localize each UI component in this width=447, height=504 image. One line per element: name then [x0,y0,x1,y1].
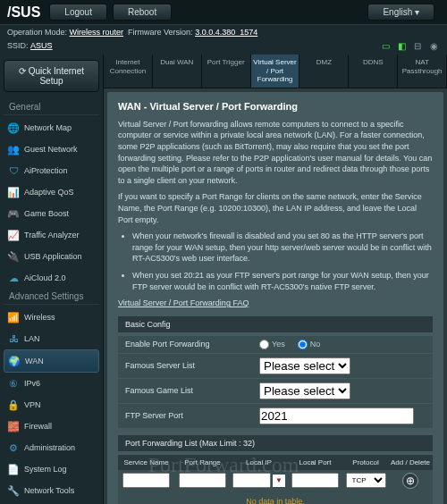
add-row-button[interactable]: ⊕ [402,473,418,489]
sidebar-item-system-log[interactable]: 📄System Log [4,458,99,480]
sidebar-item-guest-network[interactable]: 👥Guest Network [4,139,99,160]
sidebar-icon: 🌍 [8,355,21,367]
col-header: Protocol [343,458,388,466]
local-port-input[interactable] [291,473,339,488]
sidebar-icon: ⑥ [7,377,20,390]
sidebar-item-label: Wireless [24,313,55,322]
sidebar-item-game-boost[interactable]: 🎮Game Boost [4,203,99,224]
ssid-label: SSID: [7,41,29,50]
sidebar-icon: 📄 [7,463,20,475]
sidebar-item-wireless[interactable]: 📶Wireless [4,307,99,328]
col-header: Local Port [287,458,343,466]
game-list-select[interactable]: Please select [259,382,350,399]
tab-internet-connection[interactable]: Internet Connection [104,55,153,88]
port-range-input[interactable] [179,473,226,488]
tab-port-trigger[interactable]: Port Trigger [202,55,251,88]
language-select[interactable]: English ▾ [367,4,434,21]
sidebar-icon: 🧱 [7,420,20,433]
sidebar-icon: 🔌 [7,250,20,263]
sidebar-icon: 🌐 [7,122,20,134]
tab-dmz[interactable]: DMZ [299,55,349,88]
sidebar-item-firewall[interactable]: 🧱Firewall [4,416,99,437]
sidebar-item-label: AiProtection [24,166,68,175]
sidebar-item-ipv6[interactable]: ⑥IPv6 [4,373,99,394]
sidebar-icon: ☁ [7,272,20,284]
sidebar-item-label: Network Tools [24,486,74,495]
logout-button[interactable]: Logout [49,4,107,21]
protocol-select[interactable]: TCP [346,473,386,488]
sidebar-icon: ⚙ [7,441,20,454]
enable-pf-label: Enable Port Forwarding [125,340,259,349]
quick-setup-label: Quick Internet Setup [29,66,84,86]
service-name-input[interactable] [122,473,170,488]
sidebar-icon: 🎮 [7,207,20,220]
reboot-button[interactable]: Reboot [113,4,172,21]
sidebar-item-network-map[interactable]: 🌐Network Map [4,117,99,139]
ip-picker-button[interactable]: ▼ [273,475,285,487]
col-header: Service Name [118,458,174,466]
tab-virtual-server-port-forwarding[interactable]: Virtual Server / Port Forwarding [251,55,300,88]
language-label: English [383,7,412,17]
sidebar-header-advanced: Advanced Settings [4,289,99,305]
sidebar-item-lan[interactable]: 🖧LAN [4,328,99,349]
sidebar-item-label: VPN [24,400,41,409]
bullet-2: When you set 20:21 as your FTP server's … [132,270,433,292]
sidebar-item-label: Firewall [24,422,52,431]
enable-yes-option[interactable]: Yes [259,340,285,349]
note-text: If you want to specify a Port Range for … [118,191,433,225]
sidebar-item-label: USB Application [24,252,82,261]
tab-dual-wan[interactable]: Dual WAN [153,55,202,88]
enable-no-option[interactable]: No [298,340,321,349]
basic-config-header: Basic Config [118,316,433,332]
sidebar-item-wan[interactable]: 🌍WAN [4,349,99,373]
sidebar-icon: 📶 [7,311,20,323]
sidebar-item-label: System Log [24,465,67,474]
col-header: Port Range [174,458,231,466]
tab-nat-passthrough[interactable]: NAT Passthrough [398,55,447,88]
pf-list-header: Port Forwarding List (Max Limit : 32) [118,435,433,451]
app-icon: ▭ [379,39,392,52]
faq-link[interactable]: Virtual Server / Port Forwarding FAQ [118,298,249,307]
sidebar-icon: 🖧 [7,332,20,345]
quick-setup-button[interactable]: ⟳ Quick Internet Setup [4,60,99,92]
sidebar-icon: 🔒 [7,399,20,411]
sidebar-header-general: General [4,99,99,115]
wifi-icon: ◉ [427,39,440,52]
sidebar-item-usb-application[interactable]: 🔌USB Application [4,246,99,267]
tab-ddns[interactable]: DDNS [349,55,398,88]
sidebar-item-traffic-analyzer[interactable]: 📈Traffic Analyzer [4,224,99,246]
sidebar-icon: 👥 [7,143,20,155]
intro-text: Virtual Server / Port forwarding allows … [118,119,433,187]
sidebar-item-label: IPv6 [24,379,40,388]
server-list-label: Famous Server List [125,361,259,370]
sidebar-item-label: Game Boost [24,209,69,218]
fw-link[interactable]: 3.0.0.4.380_1574 [195,28,257,37]
sidebar-item-network-tools[interactable]: 🔧Network Tools [4,480,99,501]
ssid-link[interactable]: ASUS [30,41,53,50]
sidebar-item-label: WAN [25,357,44,365]
local-ip-input[interactable] [232,473,271,488]
sidebar-item-aicloud-2.0[interactable]: ☁AiCloud 2.0 [4,267,99,289]
page-title: WAN - Virtual Server / Port Forwarding [118,101,433,112]
server-list-select[interactable]: Please select [259,357,350,374]
sidebar-item-vpn[interactable]: 🔒VPN [4,394,99,416]
col-header: Local IP [231,458,287,466]
enable-yes-radio[interactable] [259,340,269,349]
sidebar-item-label: Administration [24,443,75,452]
sidebar-item-administration[interactable]: ⚙Administration [4,437,99,458]
enable-no-radio[interactable] [298,340,308,349]
fw-label: Firmware Version: [128,28,193,37]
brand-logo: /SUS [7,4,40,21]
ftp-port-input[interactable] [259,407,414,424]
game-icon: ◧ [395,39,408,52]
sidebar-item-adaptive-qos[interactable]: 📊Adaptive QoS [4,181,99,203]
opmode-link[interactable]: Wireless router [70,28,124,37]
no-data-text: No data in table. [118,491,433,504]
sidebar-item-aiprotection[interactable]: 🛡AiProtection [4,160,99,181]
sidebar-item-label: LAN [24,334,40,343]
sidebar-icon: 🔧 [7,484,20,497]
sidebar-item-label: Network Map [24,123,72,132]
col-header: Add / Delete [388,458,433,466]
sidebar-icon: 📊 [7,186,20,198]
opmode-label: Operation Mode: [7,28,67,37]
